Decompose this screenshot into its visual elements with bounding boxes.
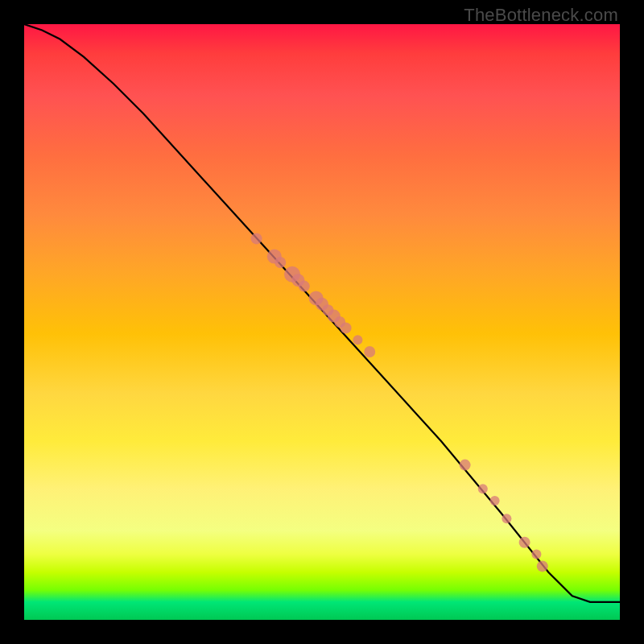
data-point-marker [478,484,488,493]
data-point-marker [531,550,541,559]
data-point-marker [502,514,511,523]
watermark-text: TheBottleneck.com [464,5,618,26]
data-markers [251,233,548,572]
data-point-marker [275,257,286,268]
data-point-marker [490,496,500,506]
main-curve [24,24,620,602]
data-point-marker [341,322,352,333]
data-point-marker [299,281,310,292]
data-point-marker [519,537,530,548]
chart-svg [24,24,620,620]
data-point-marker [353,335,362,345]
data-point-marker [460,460,471,471]
data-point-marker [364,346,375,357]
data-point-marker [537,560,548,572]
data-point-marker [251,233,262,244]
